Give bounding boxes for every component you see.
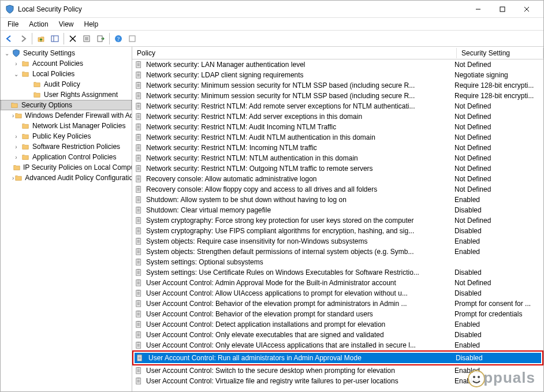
expand-icon[interactable]: ›: [12, 174, 14, 182]
menu-action[interactable]: Action: [24, 20, 53, 28]
help-button[interactable]: ?: [112, 32, 125, 45]
policy-row[interactable]: System cryptography: Force strong key pr…: [132, 215, 543, 226]
policy-row[interactable]: User Account Control: Only elevate UIAcc…: [132, 340, 543, 350]
expand-icon[interactable]: [1, 101, 9, 109]
back-button[interactable]: [3, 32, 16, 45]
close-button[interactable]: [515, 1, 539, 17]
svg-rect-15: [129, 36, 135, 42]
expand-icon[interactable]: [12, 122, 20, 130]
policy-setting: Negotiate signing: [454, 71, 541, 79]
tree-node[interactable]: ›Software Restriction Policies: [1, 141, 132, 152]
tree-node-label: User Rights Assignment: [44, 91, 118, 99]
policy-name: User Account Control: Behavior of the el…: [146, 310, 454, 318]
policy-name: User Account Control: Only elevate UIAcc…: [146, 341, 454, 349]
folder-icon: [32, 80, 42, 89]
menu-file[interactable]: File: [3, 20, 23, 28]
column-header-policy[interactable]: Policy: [132, 48, 457, 58]
policy-row[interactable]: Recovery console: Allow automatic admini…: [132, 174, 543, 184]
expand-icon[interactable]: ⌄: [3, 49, 11, 57]
policy-icon: [136, 353, 145, 363]
policy-row[interactable]: Network security: Minimum session securi…: [132, 91, 543, 101]
tree-node[interactable]: ›Public Key Policies: [1, 131, 132, 141]
properties-button[interactable]: [80, 32, 93, 45]
maximize-button[interactable]: [490, 1, 515, 17]
policy-row[interactable]: Network security: Restrict NTLM: Incomin…: [132, 143, 543, 153]
tree-root[interactable]: ⌄ Security Settings: [1, 48, 132, 58]
expand-icon[interactable]: ›: [12, 143, 20, 151]
policy-row[interactable]: User Account Control: Only elevate execu…: [132, 330, 543, 340]
forward-button[interactable]: [17, 32, 29, 45]
policy-setting: Not Defined: [454, 123, 541, 131]
svg-rect-167: [137, 378, 140, 379]
policy-row[interactable]: User Account Control: Behavior of the el…: [132, 298, 543, 309]
svg-rect-157: [139, 354, 141, 356]
policy-icon: [135, 366, 144, 375]
tree-node[interactable]: Network List Manager Policies: [1, 121, 132, 131]
menu-view[interactable]: View: [54, 20, 79, 28]
policy-setting: Enabled: [454, 320, 541, 328]
policy-row[interactable]: System settings: Use Certificate Rules o…: [132, 267, 543, 278]
tree-panel[interactable]: ⌄ Security Settings ›Account Policies⌄Lo…: [1, 47, 132, 391]
policy-row[interactable]: Network security: Restrict NTLM: Outgoin…: [132, 163, 543, 174]
policy-row[interactable]: Network security: LDAP client signing re…: [132, 70, 543, 80]
policy-row[interactable]: User Account Control: Allow UIAccess app…: [132, 288, 543, 298]
expand-icon[interactable]: ›: [12, 111, 14, 120]
policy-row[interactable]: System settings: Optional subsystems: [132, 257, 543, 267]
policy-row[interactable]: Network security: Restrict NTLM: Add rem…: [132, 101, 543, 111]
expand-icon[interactable]: ›: [12, 153, 20, 161]
policy-icon: [135, 237, 144, 246]
list-body[interactable]: Network security: LAN Manager authentica…: [132, 59, 543, 391]
expand-icon[interactable]: [24, 80, 32, 88]
minimize-button[interactable]: [466, 1, 490, 17]
policy-icon: [135, 278, 144, 288]
policy-row[interactable]: Shutdown: Allow system to be shut down w…: [132, 195, 543, 205]
menu-help[interactable]: Help: [80, 20, 103, 28]
folder-icon: [13, 163, 21, 172]
export-button[interactable]: [94, 32, 107, 45]
policy-row[interactable]: Network security: Restrict NTLM: Audit I…: [132, 122, 543, 132]
svg-rect-22: [137, 72, 140, 73]
policy-row[interactable]: Network security: Restrict NTLM: Audit N…: [132, 132, 543, 143]
policy-name: User Account Control: Detect application…: [146, 320, 454, 328]
expand-icon[interactable]: [24, 91, 32, 99]
policy-row[interactable]: User Account Control: Behavior of the el…: [132, 309, 543, 319]
up-button[interactable]: [35, 32, 47, 45]
policy-row-highlighted[interactable]: User Account Control: Run all administra…: [132, 350, 543, 365]
policy-row[interactable]: User Account Control: Detect application…: [132, 319, 543, 330]
policy-setting: Not Defined: [454, 133, 541, 141]
tree-node[interactable]: ›Account Policies: [1, 58, 132, 69]
policy-row[interactable]: Recovery console: Allow floppy copy and …: [132, 184, 543, 195]
tree-node[interactable]: ›Windows Defender Firewall with Advanced…: [1, 110, 132, 121]
tree-node[interactable]: IP Security Policies on Local Computer: [1, 162, 132, 173]
delete-button[interactable]: [66, 32, 79, 45]
tree-node[interactable]: ›Advanced Audit Policy Configuration: [1, 173, 132, 183]
policy-row[interactable]: System cryptography: Use FIPS compliant …: [132, 226, 543, 236]
policy-row[interactable]: Network security: Restrict NTLM: NTLM au…: [132, 153, 543, 163]
policy-row[interactable]: Network security: Minimum session securi…: [132, 80, 543, 91]
policy-icon: [135, 102, 144, 111]
tree-node[interactable]: Security Options: [1, 100, 132, 110]
policy-setting: Prompt for consent for ...: [454, 300, 541, 308]
refresh-button[interactable]: [126, 32, 139, 45]
policy-row[interactable]: User Account Control: Virtualize file an…: [132, 376, 543, 386]
policy-row[interactable]: System objects: Strengthen default permi…: [132, 247, 543, 257]
policy-setting: Disabled: [456, 354, 540, 362]
expand-icon[interactable]: ›: [12, 59, 20, 68]
policy-row[interactable]: User Account Control: Switch to the secu…: [132, 365, 543, 376]
svg-rect-47: [137, 124, 140, 125]
policy-icon: [135, 247, 144, 256]
policy-row[interactable]: Network security: Restrict NTLM: Add ser…: [132, 111, 543, 122]
policy-row[interactable]: Shutdown: Clear virtual memory pagefileD…: [132, 205, 543, 215]
tree-node[interactable]: ⌄Local Policies: [1, 69, 132, 79]
expand-icon[interactable]: ⌄: [12, 70, 20, 78]
expand-icon[interactable]: ›: [12, 132, 20, 140]
policy-row[interactable]: User Account Control: Admin Approval Mod…: [132, 278, 543, 288]
column-header-setting[interactable]: Security Setting: [457, 48, 543, 58]
tree-node[interactable]: User Rights Assignment: [1, 89, 132, 100]
tree-node[interactable]: Audit Policy: [1, 79, 132, 89]
tree-node[interactable]: ›Application Control Policies: [1, 152, 132, 162]
policy-row[interactable]: System objects: Require case insensitivi…: [132, 236, 543, 247]
policy-row[interactable]: Network security: LAN Manager authentica…: [132, 59, 543, 70]
show-hide-tree-button[interactable]: [49, 32, 61, 45]
policy-icon: [135, 91, 144, 100]
